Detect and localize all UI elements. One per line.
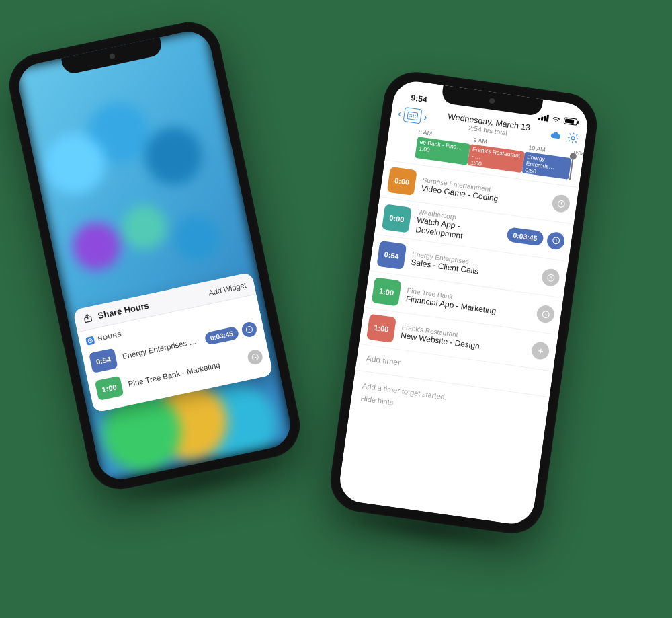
screen-left: Share Hours Add Widget HOURS 0:54 Energy… — [14, 28, 294, 484]
hours-app-icon — [85, 336, 95, 346]
calendar-button[interactable] — [403, 107, 422, 124]
settings-gear-icon[interactable] — [566, 131, 580, 145]
cloud-sync-icon[interactable] — [549, 130, 562, 140]
start-timer-button[interactable] — [551, 194, 571, 213]
svg-point-8 — [415, 114, 416, 116]
running-elapsed-pill: 0:03:45 — [506, 227, 544, 246]
svg-point-6 — [411, 114, 413, 116]
svg-rect-0 — [85, 317, 92, 323]
timer-duration-chip: 1:00 — [372, 277, 402, 306]
hours-app-screen: 9:54 ‹ › Wednesday, March 13 — [337, 79, 590, 527]
share-sheet-title: Share Hours — [97, 301, 150, 321]
stop-timer-button[interactable] — [546, 231, 565, 250]
svg-point-5 — [409, 114, 411, 115]
widget-app-label: HOURS — [97, 331, 122, 342]
timer-duration-chip: 0:00 — [387, 167, 417, 196]
clock-icon[interactable] — [247, 348, 264, 366]
start-timer-button[interactable] — [541, 268, 560, 287]
svg-rect-4 — [407, 112, 418, 120]
signal-icon — [538, 114, 549, 122]
home-screen-blur-bg — [14, 28, 294, 484]
svg-point-13 — [571, 136, 575, 139]
svg-point-11 — [413, 116, 414, 118]
timer-duration-chip: 1:00 — [366, 314, 396, 343]
widget-duration-chip: 0:54 — [89, 348, 118, 373]
screen-right: 9:54 ‹ › Wednesday, March 13 — [337, 79, 590, 527]
widget-duration-chip: 1:00 — [95, 376, 124, 401]
timer-duration-chip: 0:00 — [382, 204, 412, 233]
add-entry-button[interactable] — [530, 341, 550, 360]
svg-point-10 — [411, 116, 413, 117]
battery-icon — [563, 117, 577, 126]
svg-point-9 — [409, 116, 411, 117]
widget-running-elapsed: 0:03:45 — [204, 325, 239, 345]
svg-point-7 — [413, 114, 415, 116]
timer-list: 0:00 Surprise Entertainment Video Game -… — [337, 161, 579, 527]
clock-icon[interactable] — [241, 321, 258, 338]
add-widget-button[interactable]: Add Widget — [208, 280, 247, 297]
chevron-left-icon[interactable]: ‹ — [397, 107, 403, 120]
timer-duration-chip: 0:54 — [376, 241, 407, 270]
phone-frame-left: Share Hours Add Widget HOURS 0:54 Energy… — [3, 16, 306, 495]
share-icon — [82, 312, 94, 324]
wifi-icon — [552, 116, 561, 124]
start-timer-button[interactable] — [536, 304, 555, 323]
svg-point-12 — [415, 116, 416, 118]
phone-frame-right: 9:54 ‹ › Wednesday, March 13 — [327, 68, 601, 537]
